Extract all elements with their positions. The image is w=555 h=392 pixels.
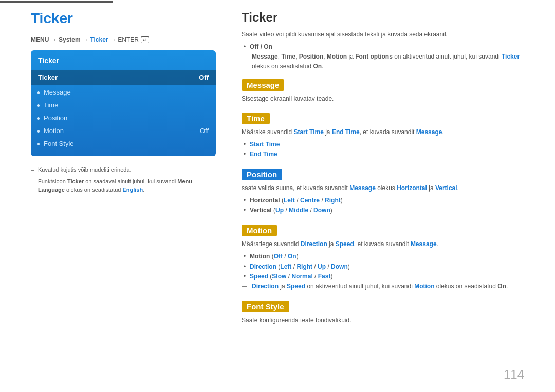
page-number: 114: [504, 367, 524, 382]
time-bullet-end: End Time: [242, 150, 524, 159]
item-label: Font Style: [44, 140, 74, 147]
ticker-menu-item-fontstyle[interactable]: Font Style: [31, 137, 216, 150]
section-font-style: Font Style Saate konfigureerida teate fo…: [242, 295, 524, 325]
ticker-menu-item-time[interactable]: Time: [31, 99, 216, 111]
message-body: Sisestage ekraanil kuvatav teade.: [242, 94, 524, 103]
item-label: Position: [44, 114, 67, 122]
dot-icon: [37, 117, 40, 120]
ticker-menu-box: Ticker Ticker Off Message Time Position …: [31, 50, 216, 156]
section-message: Message Sisestage ekraanil kuvatav teade…: [242, 74, 524, 103]
note-1: Kuvatud kujutis võib mudeliti erineda.: [31, 165, 216, 174]
section-heading-position: Position: [242, 163, 524, 183]
position-bullet-h: Horizontal (Left / Centre / Right): [242, 196, 524, 206]
section-time: Time Määrake suvandid Start Time ja End …: [242, 107, 524, 159]
left-panel: Ticker MENU → System → Ticker → ENTER ↵ …: [31, 10, 216, 197]
dot-icon: [37, 91, 40, 94]
off-on-dash: Message, Time, Position, Motion ja Font …: [242, 52, 524, 71]
right-panel: Ticker Saate video või pildi kuvamise aj…: [242, 10, 524, 329]
section-heading-font-style: Font Style: [242, 295, 524, 315]
section-motion: Motion Määratlege suvandid Direction ja …: [242, 219, 524, 291]
dot-icon: [37, 143, 40, 145]
top-bar-dark: [0, 1, 113, 3]
item-label: Message: [44, 88, 71, 96]
left-page-title: Ticker: [31, 10, 216, 27]
font-style-body: Saate konfigureerida teate fondivalikuid…: [242, 315, 524, 325]
ticker-menu-item-message[interactable]: Message: [31, 86, 216, 99]
right-page-title: Ticker: [242, 10, 524, 25]
motion-dash: Direction ja Speed on aktiveeritud ainul…: [242, 282, 524, 291]
notes-section: Kuvatud kujutis võib mudeliti erineda. F…: [31, 165, 216, 194]
heading-position: Position: [242, 169, 282, 180]
note-2: Funktsioon Ticker on saadaval ainult juh…: [31, 177, 216, 194]
ticker-box-title: Ticker: [31, 57, 216, 70]
item-label: Motion: [44, 127, 64, 135]
item-value: Off: [200, 127, 209, 135]
motion-bullet-direction: Direction (Left / Right / Up / Down): [242, 262, 524, 272]
time-bullet-start: Start Time: [242, 140, 524, 150]
motion-bullet-speed: Speed (Slow / Normal / Fast): [242, 272, 524, 282]
heading-message: Message: [242, 79, 284, 91]
motion-body: Määratlege suvandid Direction ja Speed, …: [242, 239, 524, 249]
enter-icon: ↵: [141, 36, 149, 43]
top-bar: [0, 0, 555, 4]
position-bullet-v: Vertical (Up / Middle / Down): [242, 206, 524, 215]
motion-bullet-motion: Motion (Off / On): [242, 252, 524, 262]
dot-icon: [37, 130, 40, 133]
heading-motion: Motion: [242, 225, 277, 236]
section-position: Position saate valida suuna, et kuvada s…: [242, 163, 524, 215]
dot-icon: [37, 104, 40, 107]
heading-time: Time: [242, 113, 270, 124]
time-body: Määrake suvandid Start Time ja End Time,…: [242, 127, 524, 137]
ticker-menu-item-motion[interactable]: Motion Off: [31, 124, 216, 137]
menu-path-text: MENU → System → Ticker → ENTER ↵: [31, 36, 149, 43]
section-heading-time: Time: [242, 107, 524, 127]
ticker-selected-item[interactable]: Ticker Off: [31, 70, 216, 85]
section-heading-message: Message: [242, 74, 524, 94]
intro-text: Saate video või pildi kuvamise ajal sise…: [242, 30, 524, 39]
ticker-selected-value: Off: [199, 73, 209, 81]
off-on-bullet: Off / On: [242, 42, 524, 52]
ticker-menu-item-position[interactable]: Position: [31, 111, 216, 124]
section-heading-motion: Motion: [242, 219, 524, 239]
item-label: Time: [44, 101, 58, 109]
top-bar-light: [113, 3, 555, 3]
position-body: saate valida suuna, et kuvada suvandit M…: [242, 183, 524, 193]
heading-font-style: Font Style: [242, 301, 289, 312]
ticker-selected-label: Ticker: [38, 73, 58, 81]
menu-path: MENU → System → Ticker → ENTER ↵: [31, 36, 216, 43]
